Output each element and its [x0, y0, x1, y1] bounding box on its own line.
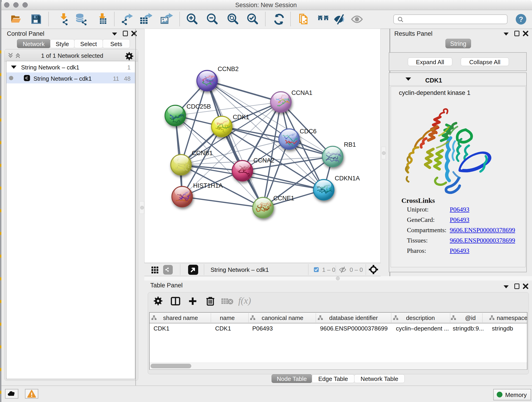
- svg-text:CCNB2: CCNB2: [218, 65, 239, 72]
- svg-text:CCNA2: CCNA2: [253, 157, 274, 164]
- svg-text:RB1: RB1: [344, 141, 356, 148]
- svg-text:CDKN1A: CDKN1A: [335, 175, 360, 182]
- svg-text:CCNE1: CCNE1: [273, 195, 294, 202]
- svg-text:CDC6: CDC6: [300, 128, 317, 135]
- svg-text:CDK1: CDK1: [233, 114, 249, 121]
- svg-text:CCNA1: CCNA1: [291, 89, 312, 96]
- svg-text:HIST1H1A: HIST1H1A: [193, 182, 223, 189]
- svg-text:CCNB1: CCNB1: [192, 150, 213, 157]
- svg-text:CDC25B: CDC25B: [186, 103, 211, 110]
